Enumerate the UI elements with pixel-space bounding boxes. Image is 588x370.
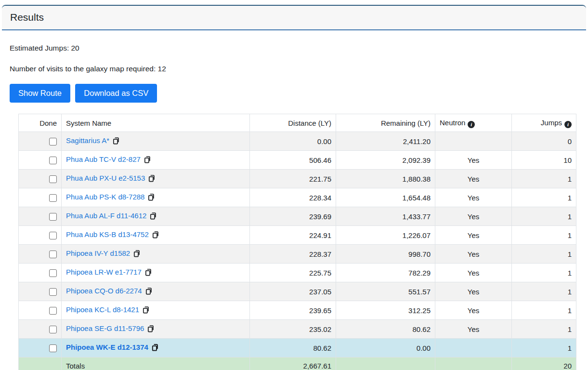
system-link[interactable]: Phua Aub KS-B d13-4752 bbox=[66, 230, 149, 238]
system-link[interactable]: Phua Aub PS-K d8-7288 bbox=[66, 193, 144, 201]
remaining-cell: 80.62 bbox=[336, 320, 435, 339]
done-checkbox[interactable] bbox=[49, 269, 57, 277]
done-checkbox[interactable] bbox=[49, 232, 57, 239]
remaining-cell: 782.29 bbox=[336, 264, 435, 282]
copy-icon[interactable] bbox=[148, 193, 155, 203]
system-link[interactable]: Sagittarius A* bbox=[66, 136, 109, 145]
system-link[interactable]: Phua Aub PX-U e2-5153 bbox=[66, 174, 145, 182]
done-cell bbox=[19, 132, 62, 151]
copy-icon[interactable] bbox=[133, 250, 141, 260]
system-link[interactable]: Phipoea SE-G d11-5796 bbox=[66, 324, 144, 332]
neutron-cell: Yes bbox=[435, 226, 512, 245]
system-link[interactable]: Phipoea IV-Y d1582 bbox=[66, 249, 130, 257]
system-cell: Sagittarius A* bbox=[62, 132, 250, 151]
jumps-cell: 10 bbox=[512, 151, 576, 170]
remaining-cell: 2,411.20 bbox=[336, 132, 435, 151]
results-card: Results Estimated Jumps: 20 Number of vi… bbox=[2, 5, 586, 370]
table-row: Phua Aub PX-U e2-5153 221.75 1,880.38 Ye… bbox=[19, 170, 576, 188]
jumps-info-icon[interactable] bbox=[564, 121, 572, 128]
copy-icon[interactable] bbox=[113, 137, 120, 147]
done-checkbox[interactable] bbox=[49, 138, 57, 145]
copy-icon[interactable] bbox=[143, 306, 150, 316]
done-checkbox[interactable] bbox=[49, 157, 57, 164]
jumps-cell: 1 bbox=[512, 264, 576, 282]
neutron-cell: Yes bbox=[435, 245, 512, 264]
copy-icon[interactable] bbox=[152, 231, 159, 241]
copy-icon[interactable] bbox=[152, 344, 159, 354]
neutron-cell: Yes bbox=[435, 282, 512, 301]
jumps-cell: 1 bbox=[512, 320, 576, 339]
done-checkbox[interactable] bbox=[49, 213, 57, 221]
remaining-cell: 0.00 bbox=[336, 339, 435, 357]
jumps-cell: 1 bbox=[512, 301, 576, 320]
done-checkbox[interactable] bbox=[49, 307, 57, 315]
distance-cell: 228.34 bbox=[250, 188, 336, 207]
column-header-system-name: System Name bbox=[62, 114, 250, 132]
system-link[interactable]: Phipoea WK-E d12-1374 bbox=[66, 343, 148, 351]
done-cell bbox=[19, 207, 62, 226]
distance-cell: 224.91 bbox=[250, 226, 336, 245]
column-header-done: Done bbox=[19, 114, 62, 132]
card-header: Results bbox=[2, 6, 586, 30]
done-checkbox[interactable] bbox=[49, 175, 57, 183]
done-checkbox[interactable] bbox=[49, 344, 57, 352]
totals-distance: 2,667.61 bbox=[250, 357, 336, 370]
jumps-cell: 1 bbox=[512, 188, 576, 207]
system-link[interactable]: Phipoea LR-W e1-7717 bbox=[66, 268, 142, 276]
done-cell bbox=[19, 188, 62, 207]
done-checkbox[interactable] bbox=[49, 194, 57, 202]
table-row: Phua Aub TC-V d2-827 506.46 2,092.39 Yes… bbox=[19, 151, 576, 170]
distance-cell: 239.69 bbox=[250, 207, 336, 226]
done-checkbox[interactable] bbox=[49, 326, 57, 333]
system-link[interactable]: Phua Aub AL-F d11-4612 bbox=[66, 211, 146, 220]
table-row: Phipoea WK-E d12-1374 80.62 0.00 1 bbox=[19, 339, 576, 357]
system-cell: Phipoea IV-Y d1582 bbox=[62, 245, 250, 264]
distance-cell: 225.75 bbox=[250, 264, 336, 282]
jumps-cell: 1 bbox=[512, 339, 576, 357]
copy-icon[interactable] bbox=[147, 325, 155, 335]
show-route-button[interactable]: Show Route bbox=[10, 84, 70, 103]
copy-icon[interactable] bbox=[145, 268, 152, 278]
page-title: Results bbox=[10, 12, 44, 23]
system-link[interactable]: Phipoea KC-L d8-1421 bbox=[66, 305, 139, 314]
neutron-cell: Yes bbox=[435, 188, 512, 207]
remaining-cell: 312.25 bbox=[336, 301, 435, 320]
table-row: Phua Aub AL-F d11-4612 239.69 1,433.77 Y… bbox=[19, 207, 576, 226]
remaining-cell: 551.57 bbox=[336, 282, 435, 301]
jumps-cell: 1 bbox=[512, 282, 576, 301]
system-cell: Phipoea SE-G d11-5796 bbox=[62, 320, 250, 339]
done-cell bbox=[19, 282, 62, 301]
totals-neutron-cell bbox=[435, 357, 512, 370]
neutron-info-icon[interactable] bbox=[468, 121, 475, 128]
system-cell: Phua Aub TC-V d2-827 bbox=[62, 151, 250, 170]
system-link[interactable]: Phipoea CQ-O d6-2274 bbox=[66, 287, 142, 295]
table-header-row: Done System Name Distance (LY) Remaining… bbox=[19, 114, 576, 132]
system-link[interactable]: Phua Aub TC-V d2-827 bbox=[66, 155, 141, 163]
neutron-cell: Yes bbox=[435, 264, 512, 282]
system-cell: Phua Aub PX-U e2-5153 bbox=[62, 170, 250, 188]
done-cell bbox=[19, 226, 62, 245]
done-checkbox[interactable] bbox=[49, 251, 57, 258]
distance-cell: 237.05 bbox=[250, 282, 336, 301]
done-checkbox[interactable] bbox=[49, 288, 57, 296]
remaining-cell: 1,433.77 bbox=[336, 207, 435, 226]
copy-icon[interactable] bbox=[148, 174, 156, 185]
table-row: Phipoea KC-L d8-1421 239.65 312.25 Yes 1 bbox=[19, 301, 576, 320]
copy-icon[interactable] bbox=[144, 156, 151, 166]
copy-icon[interactable] bbox=[145, 287, 153, 297]
neutron-cell: Yes bbox=[435, 151, 512, 170]
table-row: Phipoea IV-Y d1582 228.37 998.70 Yes 1 bbox=[19, 245, 576, 264]
distance-cell: 239.65 bbox=[250, 301, 336, 320]
route-table: Done System Name Distance (LY) Remaining… bbox=[18, 114, 576, 370]
done-cell bbox=[19, 339, 62, 357]
copy-icon[interactable] bbox=[150, 212, 157, 222]
download-csv-button[interactable]: Download as CSV bbox=[75, 84, 157, 103]
done-cell bbox=[19, 320, 62, 339]
distance-cell: 228.37 bbox=[250, 245, 336, 264]
column-header-neutron: Neutron bbox=[435, 114, 512, 132]
neutron-cell bbox=[435, 132, 512, 151]
system-cell: Phua Aub AL-F d11-4612 bbox=[62, 207, 250, 226]
totals-done-cell bbox=[19, 357, 62, 370]
distance-cell: 0.00 bbox=[250, 132, 336, 151]
actions-row: Show Route Download as CSV bbox=[10, 84, 578, 103]
